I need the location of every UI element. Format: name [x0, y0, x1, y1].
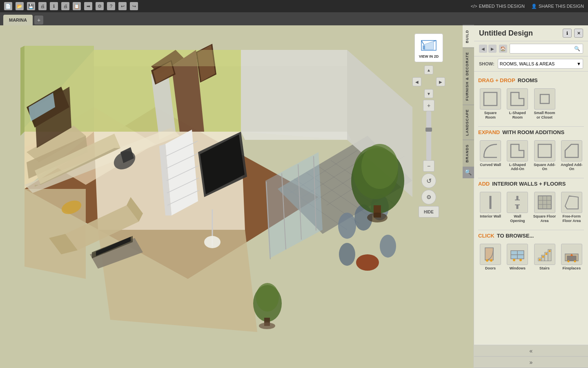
section-header-click: CLICK TO BROWSE...: [478, 233, 584, 239]
open-icon[interactable]: 📂: [16, 2, 24, 10]
share-icon: 👤: [531, 4, 537, 9]
small-room-item[interactable]: Small Room or Closet: [532, 87, 557, 121]
svg-marker-103: [565, 196, 578, 209]
view-2d-icon: [421, 37, 437, 54]
nav-up-button[interactable]: ▲: [424, 65, 433, 74]
panel-search-row: ◀ ▶ 🏠 🔍: [474, 41, 588, 56]
forward-button[interactable]: ▶: [488, 45, 497, 53]
vertical-tabs: BUILD FURNISH & DECORATE LANDSCAPE BRAND…: [463, 25, 474, 368]
l-shaped-room-icon: [507, 88, 528, 110]
back-button[interactable]: ◀: [479, 45, 487, 53]
svg-marker-80: [241, 50, 347, 66]
square-floor-item[interactable]: Square Floor Area: [532, 190, 557, 225]
stairs-icon: [534, 244, 555, 265]
svg-point-59: [338, 213, 356, 239]
angled-addon-item[interactable]: Angled Add-On: [559, 139, 584, 173]
section-header-add: ADD INTERIOR WALLS + FLOORS: [478, 181, 584, 187]
section-header-drag-drop: DRAG + DROP ROOMS: [478, 77, 584, 83]
svg-point-123: [574, 260, 576, 262]
save-as-icon[interactable]: 🖨: [38, 2, 47, 10]
code-icon: </>: [471, 4, 477, 9]
vtab-search[interactable]: 🔍: [463, 166, 474, 178]
info-icon[interactable]: ℹ: [50, 2, 58, 10]
small-room-icon: [534, 88, 555, 110]
search-input-wrap: 🔍: [510, 44, 583, 54]
l-shaped-room-item[interactable]: L-Shaped Room: [505, 87, 530, 121]
tab-marina[interactable]: MARINA: [3, 15, 33, 25]
export-icon[interactable]: ➡: [84, 2, 92, 10]
zoom-out-button[interactable]: −: [423, 160, 434, 172]
panel-content: DRAG + DROP ROOMS Square Room L-Shaped R…: [474, 72, 588, 345]
vtab-brands[interactable]: BRANDS: [463, 140, 474, 167]
search-submit-button[interactable]: 🔍: [573, 45, 581, 53]
design-canvas[interactable]: VIEW IN 2D ◀ ▶ ▲ ▼ + − ↺ ⚙: [0, 25, 474, 368]
nav-cluster: ◀ ▶ ▲ ▼: [412, 65, 445, 98]
undo-icon[interactable]: ↩: [118, 2, 127, 10]
search-input[interactable]: [512, 46, 573, 51]
svg-point-119: [548, 250, 550, 252]
nav-left-button[interactable]: ◀: [412, 77, 421, 86]
windows-item[interactable]: Windows: [505, 242, 530, 272]
square-addon-item[interactable]: Square Add-On: [532, 139, 557, 173]
divider-2: [478, 178, 584, 178]
svg-marker-79: [94, 50, 241, 66]
interior-wall-item[interactable]: Interior Wall: [478, 190, 503, 225]
svg-rect-86: [484, 92, 497, 105]
print2-icon[interactable]: 📋: [73, 2, 81, 10]
show-label: SHOW:: [479, 61, 494, 66]
zoom-handle[interactable]: [425, 128, 432, 132]
square-room-icon: [480, 88, 501, 110]
square-room-item[interactable]: Square Room: [478, 87, 503, 121]
svg-point-118: [545, 253, 547, 255]
square-floor-icon: [534, 192, 555, 213]
settings-button[interactable]: ⚙: [421, 190, 436, 204]
stairs-item[interactable]: Stairs: [532, 242, 557, 272]
wall-opening-icon: [507, 192, 528, 213]
zoom-track[interactable]: [426, 111, 431, 160]
fireplaces-item[interactable]: Fireplaces: [559, 242, 584, 272]
redo-icon[interactable]: ↪: [130, 2, 138, 10]
help-icon[interactable]: ?: [107, 2, 115, 10]
hide-button[interactable]: HIDE: [419, 206, 439, 218]
share-button[interactable]: 👤 SHARE THIS DESIGN: [531, 4, 584, 9]
svg-point-111: [519, 259, 522, 261]
svg-rect-91: [538, 144, 551, 157]
freeform-floor-item[interactable]: Free-Form Floor Area: [559, 190, 584, 225]
show-dropdown[interactable]: ROOMS, WALLS & AREAS ▼: [498, 59, 583, 69]
rotate-button[interactable]: ↺: [421, 173, 436, 188]
wall-opening-item[interactable]: Wall Opening: [505, 190, 530, 225]
curved-wall-item[interactable]: Curved Wall: [478, 139, 503, 173]
home-button[interactable]: 🏠: [499, 45, 507, 53]
zoom-in-button[interactable]: +: [423, 100, 434, 111]
l-shaped-addon-item[interactable]: L-Shaped Add-On: [505, 139, 530, 173]
new-icon[interactable]: 📄: [4, 2, 12, 10]
save-icon[interactable]: 💾: [27, 2, 35, 10]
svg-point-67: [361, 144, 398, 189]
bottom-controls: « »: [474, 345, 588, 368]
print-icon[interactable]: 🖨: [61, 2, 69, 10]
close-panel-button[interactable]: ✕: [574, 29, 583, 38]
embed-button[interactable]: </> EMBED THIS DESIGN: [471, 4, 525, 9]
svg-point-73: [259, 323, 275, 329]
svg-rect-98: [538, 196, 551, 209]
collapse-down-button[interactable]: »: [474, 357, 588, 368]
floor-plan-svg: [0, 25, 474, 368]
vtab-furnish[interactable]: FURNISH & DECORATE: [463, 47, 474, 105]
doors-item[interactable]: Doors: [478, 242, 503, 272]
tab-add-button[interactable]: +: [34, 16, 43, 25]
interior-wall-icon: [480, 192, 501, 213]
angled-addon-icon: [561, 140, 582, 162]
right-panel: BUILD FURNISH & DECORATE LANDSCAPE BRAND…: [474, 25, 588, 368]
vtab-landscape[interactable]: LANDSCAPE: [463, 105, 474, 140]
section-header-expand: EXPAND WITH ROOM ADDITIONS: [478, 129, 584, 135]
svg-point-106: [490, 259, 492, 262]
view-2d-button[interactable]: VIEW IN 2D: [414, 34, 443, 62]
collapse-up-button[interactable]: «: [474, 345, 588, 357]
top-toolbar: 📄 📂 💾 🖨 ℹ 🖨 📋 ➡ ⚙ ? ↩ ↪ </> EMBED THIS D…: [0, 0, 588, 12]
nav-right-button[interactable]: ▶: [436, 77, 445, 86]
info-panel-button[interactable]: ℹ: [563, 29, 572, 38]
curved-wall-icon: [480, 140, 501, 162]
settings-icon[interactable]: ⚙: [96, 2, 104, 10]
nav-down-button[interactable]: ▼: [424, 89, 433, 98]
vtab-build[interactable]: BUILD: [463, 25, 474, 47]
